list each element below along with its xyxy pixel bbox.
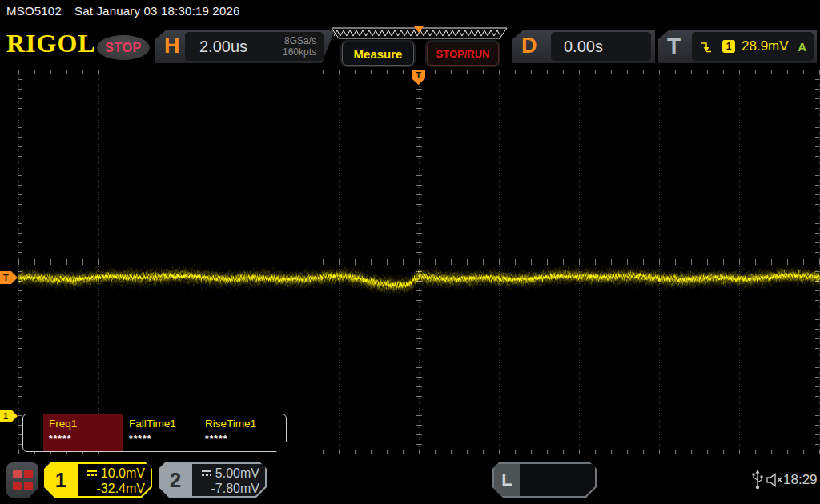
channel-1-tab: 1	[44, 462, 78, 498]
trigger-inner: 1 28.9mV A	[692, 32, 814, 61]
channel-2-scale: 5.00mV	[215, 466, 259, 480]
model-name: MSO5102	[6, 4, 62, 18]
delay-inner: 0.00s	[551, 32, 651, 61]
timebase-value: 2.00us	[199, 38, 247, 56]
waveform-display[interactable]	[0, 68, 820, 456]
memory-position-icon	[414, 26, 424, 33]
menu-red-square-icon	[24, 470, 33, 478]
dc-coupling-icon	[201, 470, 212, 477]
dc-coupling-icon	[86, 470, 98, 477]
trigger-source-badge: 1	[722, 40, 735, 53]
channel-1-values: 10.0mV -32.4mV	[78, 464, 151, 496]
measurement-item-falltime1[interactable]: FallTime1	[129, 418, 176, 430]
channel-2-button[interactable]: 2 5.00mV -7.80mV	[159, 462, 267, 498]
channel-1-scale: 10.0mV	[101, 466, 145, 480]
measurement-value-freq1: *****	[49, 434, 71, 445]
measurement-item-freq1[interactable]: Freq1	[49, 418, 77, 430]
grid-menu-button[interactable]	[6, 462, 38, 498]
acquisition-info: 8GSa/s 160kpts	[283, 35, 316, 58]
channel-2-offset: -7.80mV	[192, 481, 259, 496]
logic-row-0-7: 0 1 2 3 4 5 6 7	[530, 494, 595, 504]
measurement-item-risetime1[interactable]: RiseTime1	[205, 418, 256, 430]
measurement-panel: Freq1 ***** FallTime1 ***** RiseTime1 **…	[22, 414, 287, 452]
delay-settings-box[interactable]: D 0.00s	[512, 30, 655, 63]
horizontal-inner: 2.00us 8GSa/s 160kpts	[185, 32, 324, 61]
datetime: Sat January 03 18:30:19 2026	[74, 4, 240, 18]
memory-depth: 160kpts	[283, 46, 316, 58]
trigger-settings-box[interactable]: T 1 28.9mV A	[658, 30, 817, 63]
trigger-slope-falling-icon	[699, 40, 713, 54]
sample-rate: 8GSa/s	[283, 35, 316, 46]
channel-2-values: 5.00mV -7.80mV	[192, 464, 265, 496]
run-state-badge: STOP	[97, 35, 150, 60]
logic-channels-button[interactable]: L 0 1 2 3 4 5 6 7 8 9 1011 12131415	[492, 462, 597, 498]
measurement-value-falltime1: *****	[129, 434, 151, 445]
clock-time: 18:29	[783, 472, 818, 488]
logic-channel-list: 0 1 2 3 4 5 6 7 8 9 1011 12131415	[520, 464, 595, 496]
channel-2-tab: 2	[159, 462, 192, 498]
usb-icon	[751, 470, 764, 490]
channel-1-button[interactable]: 1 10.0mV -32.4mV	[44, 462, 152, 498]
menu-red-square-icon	[13, 470, 22, 478]
horizontal-label: H	[164, 34, 180, 58]
delay-label: D	[521, 34, 537, 58]
trigger-mode: A	[798, 40, 806, 54]
rigol-logo: RIGOL	[6, 29, 96, 58]
menu-red-square-icon	[24, 482, 33, 490]
menu-red-square-icon	[13, 482, 22, 490]
logic-tab: L	[494, 464, 520, 496]
channel-1-offset: -32.4mV	[78, 481, 145, 496]
measurement-value-risetime1: *****	[205, 434, 227, 445]
trigger-level-value: 28.9mV	[742, 38, 789, 54]
title-bar: MSO5102Sat January 03 18:30:19 2026	[6, 4, 240, 18]
delay-value: 0.00s	[564, 38, 603, 56]
speaker-muted-icon[interactable]	[766, 473, 784, 487]
trigger-label: T	[667, 34, 681, 59]
stop-run-button[interactable]: STOP/RUN	[427, 42, 499, 66]
horizontal-settings-box[interactable]: H 2.00us 8GSa/s 160kpts	[155, 30, 335, 63]
measure-button[interactable]: Measure	[342, 42, 414, 66]
